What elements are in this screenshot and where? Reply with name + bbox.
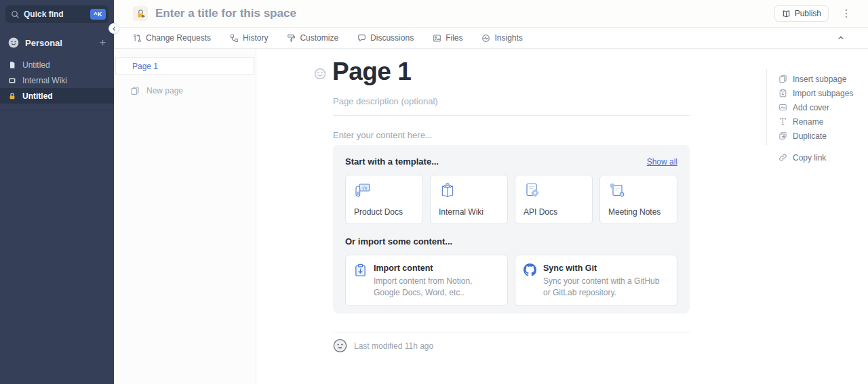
page-title[interactable]: Page 1 xyxy=(332,58,411,86)
duplicate-icon xyxy=(778,131,787,140)
last-modified-row: Last modified 11h ago xyxy=(333,332,690,353)
show-all-link[interactable]: Show all xyxy=(647,157,677,167)
publish-button[interactable]: Publish xyxy=(774,5,829,22)
space-tabbar: Change Requests History Customize Discus… xyxy=(114,28,868,49)
page-tree-item-page1[interactable]: Page 1 xyxy=(115,57,254,75)
publish-label: Publish xyxy=(795,9,821,18)
quick-find[interactable]: Quick find ^K xyxy=(5,5,108,23)
template-card-internal-wiki[interactable]: Internal Wiki xyxy=(430,175,508,224)
import-subpages-icon xyxy=(778,89,787,98)
import-subpages-button[interactable]: Import subpages xyxy=(778,86,860,100)
last-modified-text: Last modified 11h ago xyxy=(354,341,433,351)
new-page-icon xyxy=(130,86,140,95)
tab-insights[interactable]: Insights xyxy=(481,33,522,43)
templates-heading: Start with a template... xyxy=(345,156,439,167)
template-cards: √x Product Docs Internal Wiki xyxy=(345,175,677,224)
page-editor: Page 1 Page description (optional) Enter… xyxy=(256,49,868,384)
workspace-name: Personal xyxy=(25,38,94,48)
description-divider xyxy=(333,115,690,116)
lock-icon xyxy=(8,92,16,100)
template-card-product-docs[interactable]: √x Product Docs xyxy=(345,175,423,224)
book-open-icon xyxy=(782,9,791,18)
sync-with-git-card[interactable]: Sync with Git Sync your content with a G… xyxy=(515,255,677,306)
copy-link-button[interactable]: Copy link xyxy=(778,150,860,165)
space-item-untitled-2[interactable]: Untitled xyxy=(0,88,114,104)
rename-button[interactable]: Rename xyxy=(778,114,860,129)
rename-icon xyxy=(778,117,787,126)
more-options-button[interactable] xyxy=(845,9,848,18)
quick-find-label: Quick find xyxy=(24,9,86,19)
shortcut-badge: ^K xyxy=(90,9,106,20)
copy-link-icon xyxy=(778,153,787,162)
sidebar-divider xyxy=(0,110,114,110)
tab-change-requests[interactable]: Change Requests xyxy=(133,33,211,43)
modified-by-avatar xyxy=(333,339,347,353)
api-docs-icon xyxy=(524,182,541,198)
tab-files[interactable]: Files xyxy=(433,33,462,43)
import-cards: Import content Import content from Notio… xyxy=(345,255,677,306)
page-emoji-button[interactable] xyxy=(314,68,326,80)
insert-subpage-icon xyxy=(778,74,787,83)
chevron-up-icon xyxy=(837,34,845,42)
template-card-meeting-notes[interactable]: Meeting Notes xyxy=(599,175,677,224)
import-content-icon xyxy=(354,263,367,277)
space-title-input[interactable]: Enter a title for this space xyxy=(155,7,296,20)
page-actions-menu: Insert subpage Import subpages Add cover xyxy=(778,72,860,165)
content-placeholder[interactable]: Enter your content here... xyxy=(333,130,433,140)
space-item-untitled-1[interactable]: Untitled xyxy=(0,57,114,72)
page-icon xyxy=(8,61,16,69)
add-cover-button[interactable]: Add cover xyxy=(778,100,860,114)
paint-roller-icon xyxy=(287,34,296,43)
book-icon xyxy=(8,77,16,85)
meeting-notes-icon xyxy=(608,182,626,198)
chat-bubble-icon xyxy=(357,34,366,43)
workspace-avatar xyxy=(8,37,19,48)
tab-history[interactable]: History xyxy=(230,33,268,43)
tab-discussions[interactable]: Discussions xyxy=(357,33,414,43)
product-docs-icon: √x xyxy=(354,182,372,198)
kebab-icon xyxy=(845,9,848,18)
versions-icon xyxy=(230,34,239,43)
add-space-button[interactable]: + xyxy=(100,37,106,48)
svg-text:√x: √x xyxy=(362,186,368,190)
space-emoji-button[interactable] xyxy=(133,6,148,21)
gitbook-app: Quick find ^K Personal + Untitled xyxy=(0,0,868,384)
import-content-card[interactable]: Import content Import content from Notio… xyxy=(345,255,508,306)
workspace-row[interactable]: Personal + xyxy=(0,34,114,51)
pulse-icon xyxy=(481,34,490,43)
collapse-sidebar-button[interactable] xyxy=(108,23,119,34)
pull-request-icon xyxy=(133,34,142,43)
smiley-icon xyxy=(314,68,326,80)
collapse-tabbar-button[interactable] xyxy=(837,34,845,42)
lock-emoji-icon xyxy=(136,9,146,19)
actions-divider xyxy=(766,69,767,145)
space-header: Enter a title for this space Publish xyxy=(114,0,868,28)
add-cover-icon xyxy=(778,103,787,112)
import-heading: Or import some content... xyxy=(345,236,677,247)
new-page-button[interactable]: New page xyxy=(114,86,256,95)
search-icon xyxy=(11,10,20,19)
template-card-api-docs[interactable]: API Docs xyxy=(515,175,593,224)
duplicate-button[interactable]: Duplicate xyxy=(778,129,860,143)
chevron-left-icon xyxy=(112,26,117,31)
github-icon xyxy=(524,263,536,276)
space-item-internal-wiki[interactable]: Internal Wiki xyxy=(0,72,114,88)
image-icon xyxy=(433,34,441,43)
page-description-input[interactable]: Page description (optional) xyxy=(333,96,438,106)
page-tree: Page 1 New page xyxy=(114,49,256,384)
insert-subpage-button[interactable]: Insert subpage xyxy=(778,72,860,86)
tab-customize[interactable]: Customize xyxy=(287,33,338,43)
space-list: Untitled Internal Wiki Untitled xyxy=(0,57,114,104)
workspace-sidebar: Quick find ^K Personal + Untitled xyxy=(0,0,114,384)
getting-started-panel: Start with a template... Show all √x Pro… xyxy=(333,145,690,314)
internal-wiki-icon xyxy=(439,182,456,198)
